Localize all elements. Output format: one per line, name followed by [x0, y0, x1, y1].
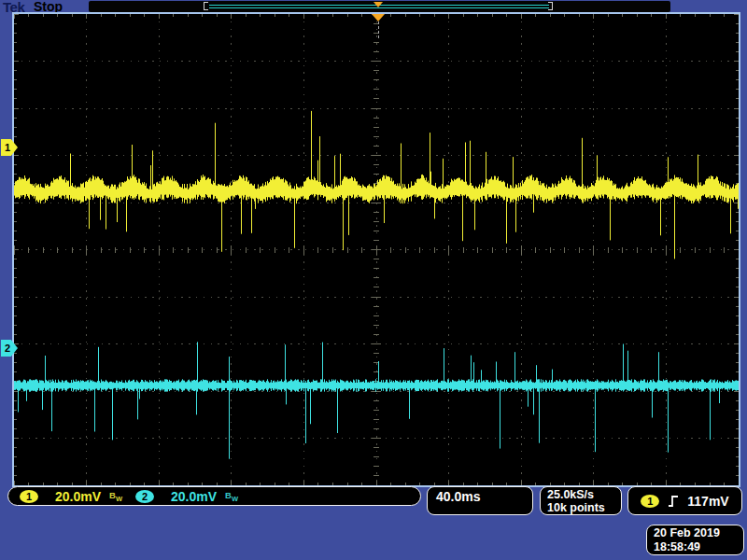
record-trigger-position-icon	[374, 2, 383, 7]
channel-2-bandwidth-icon: BW	[225, 490, 238, 503]
channel-2-marker-label: 2	[5, 343, 10, 354]
trigger-level: 117mV	[687, 494, 728, 509]
trigger-readout-box[interactable]: 1 117mV	[627, 486, 742, 515]
channel-1-badge[interactable]: 1	[20, 490, 38, 503]
sample-rate: 25.0kS/s	[547, 488, 614, 501]
channel-1-marker-label: 1	[5, 142, 10, 153]
record-window-left-bracket	[204, 2, 208, 10]
date-label: 20 Feb 2019	[654, 526, 737, 540]
record-view-bar	[89, 1, 670, 12]
channel-2-scale: 20.0mV	[171, 489, 217, 504]
channel-1-bandwidth-icon: BW	[109, 490, 122, 503]
channel-readouts-box[interactable]: 1 20.0mV BW 2 20.0mV BW	[7, 486, 421, 506]
rising-edge-icon	[668, 495, 679, 508]
oscilloscope-screen: Tek Stop 1 2 1 20.0mV BW 2 20.0mV BW 40.…	[0, 0, 747, 560]
graticule	[12, 12, 740, 487]
acquisition-box[interactable]: 25.0kS/s 10k points	[540, 486, 622, 515]
datetime-box: 20 Feb 2019 18:58:49	[646, 525, 744, 555]
time-label: 18:58:49	[654, 540, 737, 554]
top-status-bar: Tek Stop	[0, 0, 747, 13]
channel-1-scale: 20.0mV	[55, 489, 101, 504]
channel-2-badge[interactable]: 2	[135, 490, 154, 503]
record-length: 10k points	[547, 501, 614, 514]
horizontal-scale: 40.0ms	[436, 489, 480, 504]
horizontal-scale-box[interactable]: 40.0ms	[427, 486, 533, 515]
graticule-svg	[14, 14, 739, 485]
trigger-source-badge: 1	[641, 495, 659, 508]
record-window-right-bracket	[548, 2, 553, 10]
